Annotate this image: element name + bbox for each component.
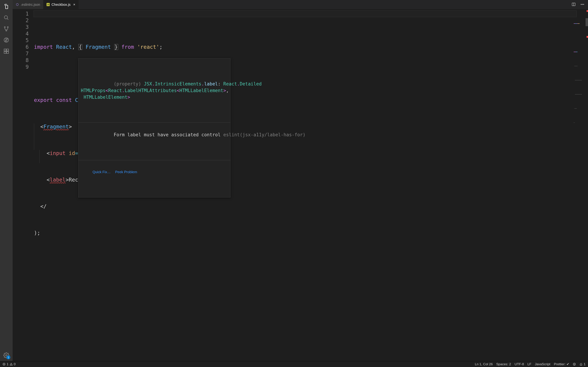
svg-point-11	[6, 355, 7, 356]
tab-label: .eslintrc.json	[21, 3, 40, 7]
svg-rect-10	[7, 49, 9, 51]
current-line-highlight	[34, 10, 577, 17]
encoding-status[interactable]: UTF-8	[515, 362, 524, 366]
svg-marker-12	[16, 3, 18, 6]
prettier-status[interactable]: Prettier: ✔	[554, 362, 570, 366]
code-line	[34, 256, 588, 263]
svg-point-25	[575, 364, 575, 364]
explorer-icon[interactable]	[3, 3, 9, 9]
tab-checkbox[interactable]: JS Checkbox.js ×	[43, 0, 78, 9]
app-shell: 1 .eslintrc.json JS Checkbox.js ×	[0, 0, 588, 361]
code-line: import React, { Fragment } from 'react';	[34, 44, 588, 50]
tab-label: Checkbox.js	[52, 3, 70, 7]
code-line: </	[34, 203, 588, 210]
feedback-icon[interactable]	[573, 363, 576, 366]
svg-point-2	[4, 26, 5, 28]
svg-rect-7	[4, 49, 6, 51]
language-mode[interactable]: JavaScript	[535, 362, 550, 366]
svg-point-24	[574, 364, 574, 364]
minimap-error-marker	[587, 36, 588, 38]
svg-point-16	[582, 4, 583, 5]
settings-gear-icon[interactable]: 1	[3, 352, 9, 358]
search-icon[interactable]	[3, 15, 9, 21]
warning-count: 0	[14, 362, 16, 366]
split-editor-icon[interactable]	[571, 2, 576, 7]
notification-count: 1	[584, 362, 586, 366]
settings-badge: 1	[7, 355, 10, 359]
line-number-gutter: 1 2 3 4 5 6 7 8 9	[13, 9, 34, 361]
warning-icon	[10, 363, 13, 366]
close-icon[interactable]: ×	[73, 3, 75, 7]
svg-line-1	[7, 18, 9, 20]
svg-point-4	[6, 30, 7, 31]
svg-point-0	[4, 16, 8, 19]
tab-eslintrc[interactable]: .eslintrc.json	[13, 0, 43, 9]
code-area[interactable]: import React, { Fragment } from 'react';…	[34, 9, 588, 361]
svg-line-6	[5, 38, 8, 42]
js-file-icon: JS	[47, 3, 50, 6]
svg-point-3	[7, 26, 8, 28]
editor-group: .eslintrc.json JS Checkbox.js × 1 2	[13, 0, 588, 361]
check-icon: ✔	[566, 362, 569, 366]
hover-actions: Quick Fix…Peek Problem	[78, 160, 230, 184]
svg-rect-9	[7, 51, 9, 53]
minimap[interactable]	[574, 10, 586, 40]
hover-widget: (property) JSX.IntrinsicElements.label: …	[78, 58, 231, 198]
debug-disabled-icon[interactable]	[3, 37, 9, 43]
svg-point-15	[581, 4, 581, 5]
editor[interactable]: 1 2 3 4 5 6 7 8 9 import React, { Fragme…	[13, 9, 588, 361]
hover-diagnostic: Form label must have associated control …	[78, 123, 230, 147]
eslint-file-icon	[16, 3, 19, 6]
cursor-position[interactable]: Ln 1, Col 26	[475, 362, 493, 366]
error-count: 1	[7, 362, 9, 366]
svg-point-23	[573, 363, 576, 366]
status-bar: 1 0 Ln 1, Col 26 Spaces: 2 UTF-8 LF Java…	[0, 361, 588, 367]
hover-signature: (property) JSX.IntrinsicElements.label: …	[78, 72, 230, 109]
more-actions-icon[interactable]	[580, 2, 585, 7]
tab-bar: .eslintrc.json JS Checkbox.js ×	[13, 0, 588, 9]
problems-status[interactable]: 1 0	[2, 362, 16, 366]
svg-point-17	[583, 4, 584, 5]
notifications-icon[interactable]: 1	[579, 362, 586, 366]
extensions-icon[interactable]	[3, 48, 9, 54]
svg-rect-8	[4, 51, 6, 53]
error-icon	[2, 363, 6, 366]
code-line: );	[34, 230, 588, 236]
quick-fix-link[interactable]: Quick Fix…	[93, 170, 111, 174]
peek-problem-link[interactable]: Peek Problem	[115, 170, 137, 174]
indentation-status[interactable]: Spaces: 2	[496, 362, 511, 366]
eol-status[interactable]: LF	[527, 362, 531, 366]
activity-bar: 1	[0, 0, 13, 361]
source-control-icon[interactable]	[3, 26, 9, 32]
minimap-error-marker	[587, 10, 588, 12]
